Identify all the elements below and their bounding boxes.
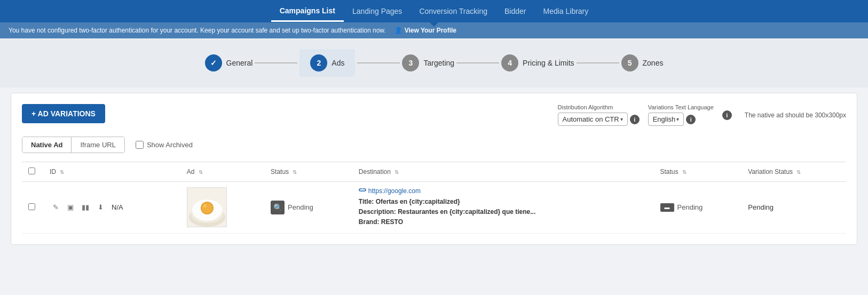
- table-body: ✎ ▣ ▮▮ ⬇ N/A: [22, 182, 846, 234]
- dest-description-label: Description:: [359, 208, 398, 216]
- top-navigation: Campaigns List Landing Pages Conversion …: [0, 0, 868, 22]
- step-label-targeting: Targeting: [423, 59, 454, 67]
- tab-row-container: Native Ad Iframe URL Show Archived: [22, 137, 846, 153]
- wizard-connector-4: [577, 62, 619, 63]
- col-id[interactable]: ID ⇅: [43, 162, 180, 182]
- destination-url-link[interactable]: https://google.com: [359, 187, 648, 195]
- nav-campaigns-list[interactable]: Campaigns List: [271, 1, 344, 22]
- col-checkbox: [22, 162, 43, 182]
- distribution-select-container[interactable]: Automatic on CTR ▾: [558, 113, 628, 126]
- status-display-text: Pending: [677, 203, 703, 211]
- controls-row: + AD VARIATIONS Distribution Algorithm A…: [22, 104, 846, 126]
- distribution-info-icon[interactable]: i: [630, 115, 640, 124]
- distribution-dropdown-arrow: ▾: [620, 116, 623, 122]
- step-label-pricing: Pricing & Limits: [523, 59, 574, 67]
- step-circle-zones: 5: [621, 54, 638, 71]
- sort-variation-icon: ⇅: [796, 169, 801, 175]
- status-search-badge: 🔍 Pending: [271, 201, 346, 214]
- alert-message: You have not configured two-factor authe…: [9, 27, 386, 34]
- nav-landing-pages[interactable]: Landing Pages: [344, 2, 411, 21]
- sort-destination-icon: ⇅: [394, 169, 399, 175]
- add-variations-button[interactable]: + AD VARIATIONS: [22, 104, 105, 123]
- sort-status1-icon: ⇅: [293, 169, 297, 175]
- wizard-step-targeting[interactable]: 3 Targeting: [402, 54, 454, 71]
- pause-icon[interactable]: ▮▮: [80, 202, 91, 213]
- language-info-icon[interactable]: i: [686, 115, 696, 124]
- wizard-steps: ✓ General 2 Ads 3 Targeting 4 Pricing & …: [0, 38, 868, 87]
- step-circle-ads: 2: [310, 54, 327, 71]
- col-status-2[interactable]: Status ⇅: [654, 162, 742, 182]
- show-archived-label: Show Archived: [147, 141, 193, 149]
- tab-iframe-url[interactable]: Iframe URL: [72, 137, 124, 153]
- row-actions: ✎ ▣ ▮▮ ⬇ N/A: [50, 202, 174, 213]
- col-status-1[interactable]: Status ⇅: [264, 162, 352, 182]
- ads-table: ID ⇅ Ad ⇅ Status ⇅ Destination ⇅ Status: [22, 162, 846, 234]
- sort-ad-icon: ⇅: [199, 169, 203, 175]
- status-search-text: Pending: [288, 203, 313, 211]
- person-icon: 👤: [394, 27, 403, 34]
- nav-bidder[interactable]: Bidder: [496, 2, 534, 21]
- wizard-step-ads[interactable]: 2 Ads: [299, 49, 355, 77]
- distribution-label: Distribution Algorithm: [558, 104, 640, 110]
- language-label: Variations Text Language: [648, 104, 714, 110]
- link-icon: [359, 187, 366, 195]
- col-ad[interactable]: Ad ⇅: [180, 162, 264, 182]
- wizard-step-general[interactable]: ✓ General: [205, 54, 253, 71]
- row-id: N/A: [112, 203, 123, 211]
- col-variation-status[interactable]: Variation Status ⇅: [741, 162, 846, 182]
- dest-title-label: Title:: [359, 198, 376, 205]
- svg-point-5: [203, 204, 207, 208]
- dest-brand-value: RESTO: [381, 218, 403, 226]
- step-circle-targeting: 3: [402, 54, 419, 71]
- native-hint-text: The native ad should be 300x300px: [745, 111, 846, 119]
- main-content: + AD VARIATIONS Distribution Algorithm A…: [11, 93, 857, 245]
- wizard-connector-2: [357, 62, 400, 63]
- view-profile-link[interactable]: 👤 View Your Profile: [394, 27, 456, 34]
- step-label-zones: Zones: [643, 59, 664, 67]
- distribution-controls: Distribution Algorithm Automatic on CTR …: [558, 104, 847, 126]
- row-ad-cell: [180, 182, 264, 234]
- row-status-2-cell: ▬ Pending: [654, 182, 742, 234]
- nav-conversion-tracking[interactable]: Conversion Tracking: [411, 2, 496, 21]
- show-archived-checkbox[interactable]: [136, 141, 144, 149]
- language-select-container[interactable]: English ▾: [648, 113, 684, 126]
- distribution-select-wrap: Automatic on CTR ▾ i: [558, 113, 640, 126]
- dest-description-value: Restaurantes en {city:capitalized} que t…: [398, 208, 535, 216]
- tab-native-ad[interactable]: Native Ad: [22, 137, 72, 153]
- edit-icon[interactable]: ✎: [50, 202, 61, 213]
- distribution-algorithm-group: Distribution Algorithm Automatic on CTR …: [558, 104, 640, 126]
- sort-id-icon: ⇅: [60, 169, 64, 175]
- svg-point-4: [202, 203, 212, 213]
- row-id-cell: ✎ ▣ ▮▮ ⬇ N/A: [43, 182, 180, 234]
- wizard-step-pricing[interactable]: 4 Pricing & Limits: [501, 54, 574, 71]
- language-select-wrap: English ▾ i: [648, 113, 714, 126]
- step-label-ads: Ads: [332, 59, 344, 67]
- table-header: ID ⇅ Ad ⇅ Status ⇅ Destination ⇅ Status: [22, 162, 846, 182]
- dest-title-value: Ofertas en {city:capitalized}: [376, 198, 460, 205]
- language-dropdown-arrow: ▾: [676, 116, 679, 122]
- distribution-value: Automatic on CTR: [563, 115, 619, 123]
- variation-status-text: Pending: [748, 203, 774, 211]
- row-status-1-cell: 🔍 Pending: [264, 182, 352, 234]
- step-circle-pricing: 4: [501, 54, 518, 71]
- ad-image: [187, 187, 227, 227]
- row-checkbox[interactable]: [28, 203, 35, 210]
- col-destination[interactable]: Destination ⇅: [352, 162, 654, 182]
- download-icon[interactable]: ⬇: [94, 202, 106, 213]
- language-group: Variations Text Language English ▾ i: [648, 104, 714, 126]
- row-destination-cell: https://google.com Title: Ofertas en {ci…: [352, 182, 654, 234]
- nav-media-library[interactable]: Media Library: [534, 2, 597, 21]
- row-variation-status-cell: Pending: [741, 182, 846, 234]
- wizard-step-zones[interactable]: 5 Zones: [621, 54, 664, 71]
- table-row: ✎ ▣ ▮▮ ⬇ N/A: [22, 182, 846, 234]
- copy-icon[interactable]: ▣: [65, 202, 76, 213]
- wizard-connector-3: [456, 62, 499, 63]
- select-all-checkbox[interactable]: [28, 168, 35, 174]
- native-hint-info-icon[interactable]: i: [722, 110, 732, 120]
- wizard-connector-1: [255, 62, 297, 63]
- language-value: English: [653, 115, 676, 123]
- display-icon: ▬: [660, 203, 674, 212]
- destination-meta: Title: Ofertas en {city:capitalized} Des…: [359, 197, 648, 228]
- tab-group: Native Ad Iframe URL: [22, 137, 125, 153]
- destination-info: https://google.com Title: Ofertas en {ci…: [359, 187, 648, 228]
